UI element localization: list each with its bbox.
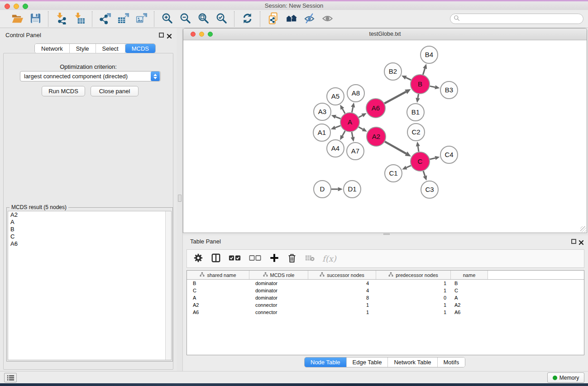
column-header-successor-nodes[interactable]: successor nodes bbox=[308, 271, 376, 279]
table-row[interactable]: Bdominator41B bbox=[187, 280, 584, 287]
graph-node-C[interactable]: C bbox=[411, 152, 430, 171]
column-header-predecessor-nodes[interactable]: predecessor nodes bbox=[376, 271, 451, 279]
add-column-button[interactable] bbox=[269, 252, 279, 266]
edge-B-B4[interactable] bbox=[423, 68, 425, 75]
search-field[interactable] bbox=[450, 14, 583, 24]
close-panel-button[interactable]: Close panel bbox=[91, 86, 139, 96]
table-cell[interactable]: 4 bbox=[308, 281, 376, 286]
table-cell[interactable]: dominator bbox=[249, 295, 308, 300]
show-all-button[interactable] bbox=[320, 12, 335, 26]
tab-mcds[interactable]: MCDS bbox=[125, 44, 155, 53]
table-row[interactable]: Adominator80A bbox=[187, 294, 584, 301]
edge-C-C3[interactable] bbox=[423, 171, 425, 176]
edge-A6-B[interactable] bbox=[384, 92, 406, 104]
apply-layout-button[interactable] bbox=[240, 12, 254, 26]
float-panel-icon[interactable] bbox=[571, 239, 576, 244]
node-table[interactable]: shared nameMCDS rolesuccessor nodesprede… bbox=[186, 270, 584, 355]
tab-edge-table[interactable]: Edge Table bbox=[347, 357, 388, 367]
edge-A-A1[interactable] bbox=[335, 126, 340, 128]
graph-node-A7[interactable]: A7 bbox=[347, 143, 364, 160]
window-resize-grip[interactable] bbox=[580, 226, 586, 232]
select-all-columns-button[interactable] bbox=[229, 252, 241, 266]
graph-node-D1[interactable]: D1 bbox=[344, 181, 361, 198]
result-list-item[interactable]: A6 bbox=[8, 240, 171, 248]
edge-C-C4[interactable] bbox=[430, 158, 435, 159]
table-cell[interactable]: A6 bbox=[451, 310, 488, 315]
edge-A-A3[interactable] bbox=[335, 117, 340, 119]
table-cell[interactable]: 1 bbox=[376, 302, 451, 308]
save-session-button[interactable] bbox=[28, 12, 43, 26]
table-row[interactable]: A2connector11A2 bbox=[187, 301, 584, 309]
result-list-item[interactable]: A bbox=[8, 219, 171, 226]
panel-split-divider[interactable] bbox=[177, 28, 183, 371]
close-panel-icon[interactable] bbox=[167, 33, 172, 38]
network-canvas[interactable]: AA1A2A3A4A5A6A7A8BB1B2B3B4CC1C2C3C4DD1 bbox=[183, 40, 587, 233]
result-list-item[interactable]: B bbox=[8, 226, 171, 233]
edge-A-A7[interactable] bbox=[352, 132, 353, 138]
hide-selected-button[interactable] bbox=[302, 12, 316, 26]
table-cell[interactable]: A bbox=[187, 295, 249, 300]
table-cell[interactable]: 8 bbox=[308, 295, 376, 300]
table-cell[interactable]: A bbox=[451, 295, 488, 300]
graph-node-A6[interactable]: A6 bbox=[366, 99, 385, 118]
export-image-button[interactable] bbox=[134, 12, 148, 26]
split-columns-button[interactable] bbox=[211, 252, 221, 266]
open-session-button[interactable] bbox=[10, 12, 24, 26]
graph-node-B3[interactable]: B3 bbox=[440, 81, 458, 99]
graph-node-A3[interactable]: A3 bbox=[314, 103, 331, 120]
edge-B-B1[interactable] bbox=[418, 94, 418, 98]
edge-C-C2[interactable] bbox=[418, 146, 419, 152]
graph-node-A[interactable]: A bbox=[340, 113, 359, 132]
graph-node-B4[interactable]: B4 bbox=[421, 46, 438, 63]
graph-node-A8[interactable]: A8 bbox=[347, 85, 364, 102]
edge-A-A2[interactable] bbox=[359, 127, 363, 129]
tab-select[interactable]: Select bbox=[96, 44, 125, 53]
table-cell[interactable]: A2 bbox=[187, 302, 249, 308]
tab-network[interactable]: Network bbox=[35, 44, 70, 53]
graph-node-A4[interactable]: A4 bbox=[327, 140, 344, 157]
zoom-in-button[interactable] bbox=[160, 12, 174, 26]
zoom-selected-button[interactable] bbox=[214, 12, 229, 26]
edge-B-B3[interactable] bbox=[430, 86, 435, 87]
graph-node-C4[interactable]: C4 bbox=[440, 146, 458, 163]
delete-column-button[interactable] bbox=[287, 252, 297, 266]
graph-node-C1[interactable]: C1 bbox=[385, 165, 402, 182]
table-row[interactable]: A6connector11A6 bbox=[187, 309, 584, 316]
graph-node-C2[interactable]: C2 bbox=[407, 124, 425, 141]
graph-node-B2[interactable]: B2 bbox=[384, 63, 402, 80]
edge-A-A5[interactable] bbox=[342, 109, 345, 113]
table-cell[interactable]: connector bbox=[249, 310, 308, 315]
table-cell[interactable]: dominator bbox=[249, 288, 308, 293]
close-panel-icon[interactable] bbox=[578, 239, 584, 244]
table-cell[interactable]: 4 bbox=[308, 288, 376, 293]
table-cell[interactable]: 1 bbox=[376, 281, 451, 286]
graph-node-A1[interactable]: A1 bbox=[313, 124, 330, 141]
result-list-item[interactable]: C bbox=[8, 233, 171, 240]
table-row[interactable]: Cdominator41C bbox=[187, 287, 584, 294]
column-header-MCDS-role[interactable]: MCDS role bbox=[249, 271, 308, 279]
table-cell[interactable]: B bbox=[187, 281, 249, 286]
first-neighbors-button[interactable] bbox=[284, 12, 298, 26]
graph-node-B[interactable]: B bbox=[411, 75, 430, 94]
table-cell[interactable]: 1 bbox=[308, 302, 376, 308]
edge-C-C1[interactable] bbox=[406, 166, 411, 167]
float-panel-icon[interactable] bbox=[159, 33, 164, 38]
graph-node-A5[interactable]: A5 bbox=[327, 88, 344, 105]
column-header-shared-name[interactable]: shared name bbox=[187, 271, 249, 279]
deselect-all-columns-button[interactable] bbox=[249, 252, 262, 266]
run-mcds-button[interactable]: Run MCDS bbox=[42, 86, 85, 96]
optimization-criterion-dropdown[interactable]: largest connected component (directed) bbox=[20, 71, 161, 81]
table-cell[interactable]: 1 bbox=[308, 310, 376, 315]
table-cell[interactable]: B bbox=[451, 281, 488, 286]
table-cell[interactable]: A6 bbox=[187, 310, 249, 315]
tab-style[interactable]: Style bbox=[70, 44, 96, 53]
result-list-item[interactable]: A2 bbox=[8, 211, 171, 219]
tab-network-table[interactable]: Network Table bbox=[388, 357, 437, 367]
table-cell[interactable]: connector bbox=[249, 302, 308, 308]
edge-A-A4[interactable] bbox=[342, 131, 345, 136]
table-cell[interactable]: C bbox=[187, 288, 249, 293]
search-input[interactable] bbox=[460, 15, 583, 22]
edge-A2-C[interactable] bbox=[385, 142, 406, 154]
tab-node-table[interactable]: Node Table bbox=[305, 357, 347, 367]
graph-node-D[interactable]: D bbox=[314, 181, 331, 198]
